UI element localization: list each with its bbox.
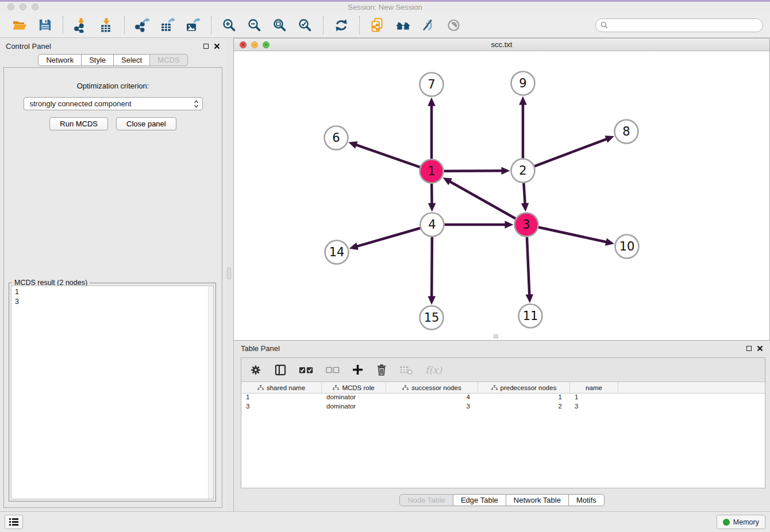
home-layout-button[interactable]	[394, 17, 411, 34]
zoom-selected-button[interactable]	[297, 17, 314, 34]
clone-network-button[interactable]	[369, 17, 386, 34]
import-table-icon	[99, 18, 114, 33]
eye-icon	[446, 18, 461, 33]
graph-edge-arrowhead	[521, 203, 529, 211]
network-minimize-button[interactable]: −	[251, 41, 258, 48]
search-icon	[600, 21, 608, 29]
canvas-resize-handle[interactable]	[494, 334, 498, 338]
graph-edge-2-3[interactable]	[523, 183, 525, 204]
tab-node-table[interactable]: Node Table	[399, 494, 453, 506]
main-toolbar	[0, 13, 770, 38]
export-image-button[interactable]	[184, 17, 202, 34]
table-row[interactable]: 3 dominator 3 2 3	[241, 403, 765, 412]
search-input[interactable]	[611, 21, 758, 30]
table-panel-header: Table Panel	[234, 341, 770, 356]
graph-edge-4-14[interactable]	[356, 228, 420, 246]
hide-graphics-details-button[interactable]	[419, 17, 437, 34]
panel-splitter-handle[interactable]	[227, 268, 231, 279]
dropdown-selected-value: strongly connected component	[30, 99, 132, 108]
graph-edge-3-11[interactable]	[527, 237, 529, 295]
column-header-successor-nodes[interactable]: successor nodes	[386, 382, 478, 393]
toolbar-search[interactable]	[595, 18, 763, 32]
run-mcds-button[interactable]: Run MCDS	[49, 117, 108, 130]
cell-shared-name[interactable]: 1	[241, 394, 322, 403]
zoom-in-icon	[222, 18, 237, 33]
tab-style[interactable]: Style	[81, 54, 114, 66]
network-maximize-button[interactable]: +	[263, 41, 270, 48]
cell-name[interactable]: 1	[570, 394, 618, 403]
graph-edge-arrowhead	[501, 167, 510, 175]
network-window-titlebar[interactable]: ✕ − + scc.txt	[234, 38, 769, 51]
column-header-predecessor-nodes[interactable]: predecessor nodes	[478, 382, 570, 393]
tab-select[interactable]: Select	[113, 54, 150, 66]
table-toolbar: f(x)	[241, 358, 765, 382]
birds-eye-view-button[interactable]	[445, 17, 462, 34]
column-header-name[interactable]: name	[570, 382, 618, 393]
function-builder-icon: f(x)	[425, 364, 442, 376]
graph-edge-arrowhead	[428, 203, 436, 211]
cell-predecessor-nodes[interactable]: 1	[478, 394, 570, 403]
cell-successor-nodes[interactable]: 3	[386, 403, 478, 412]
cell-shared-name[interactable]: 3	[241, 403, 322, 412]
optimization-criterion-dropdown[interactable]: strongly connected component	[24, 97, 203, 110]
column-type-icon	[402, 385, 409, 391]
table-panel-title: Table Panel	[241, 344, 280, 353]
delete-column-trash-icon[interactable]	[376, 364, 387, 376]
zoom-in-button[interactable]	[221, 17, 238, 34]
tab-network[interactable]: Network	[38, 54, 82, 66]
dropdown-arrows-icon	[194, 100, 199, 108]
graph-node-label: 1	[428, 164, 435, 178]
import-table-button[interactable]	[98, 17, 115, 34]
column-header-shared-name[interactable]: shared name	[241, 382, 322, 393]
mcds-result-textarea[interactable]: 1 3	[11, 286, 214, 499]
add-column-icon[interactable]	[352, 364, 364, 376]
tab-motifs[interactable]: Motifs	[568, 494, 605, 506]
open-session-button[interactable]	[11, 17, 28, 34]
refresh-view-button[interactable]	[333, 17, 350, 34]
show-column-panel-icon[interactable]	[274, 364, 287, 376]
close-panel-icon[interactable]	[757, 345, 763, 352]
toolbar-separator	[124, 16, 125, 34]
cell-mcds-role[interactable]: dominator	[322, 394, 386, 403]
network-close-button[interactable]: ✕	[240, 41, 247, 48]
column-header-mcds-role[interactable]: MCDS role	[322, 382, 386, 393]
tab-edge-table[interactable]: Edge Table	[453, 494, 506, 506]
import-network-button[interactable]	[72, 17, 90, 34]
network-canvas[interactable]: 7968124314101511	[234, 51, 769, 340]
save-session-button[interactable]	[36, 17, 53, 34]
export-table-button[interactable]	[159, 17, 176, 34]
deselect-all-checkboxes-icon[interactable]	[326, 365, 340, 375]
save-floppy-icon	[38, 18, 52, 32]
app-titlebar: Session: New Session	[0, 2, 770, 13]
result-scrollbar[interactable]	[208, 286, 213, 499]
table-panel-tabs: Node Table Edge Table Network Table Moti…	[234, 494, 770, 506]
mcds-panel-body: Optimization criterion: strongly connect…	[3, 67, 222, 508]
table-options-gear-icon[interactable]	[249, 364, 262, 376]
float-panel-icon[interactable]	[746, 346, 752, 351]
node-table-container: f(x) shared name MCDS role	[241, 357, 765, 488]
graph-edge-1-2[interactable]	[444, 171, 502, 171]
cell-mcds-role[interactable]: dominator	[322, 403, 386, 412]
graph-edge-3-10[interactable]	[538, 228, 607, 242]
zoom-out-button[interactable]	[246, 17, 263, 34]
export-network-button[interactable]	[134, 17, 151, 34]
graph-edge-1-6[interactable]	[356, 145, 420, 167]
table-row[interactable]: 1 dominator 4 1 1	[241, 394, 765, 403]
tab-network-table[interactable]: Network Table	[506, 494, 569, 506]
cell-predecessor-nodes[interactable]: 2	[478, 403, 570, 412]
memory-button[interactable]: Memory	[717, 515, 765, 529]
cell-name[interactable]: 3	[570, 403, 618, 412]
graph-edge-3-1[interactable]	[449, 181, 515, 218]
float-panel-icon[interactable]	[203, 44, 209, 49]
cell-successor-nodes[interactable]: 4	[386, 394, 478, 403]
zoom-fit-button[interactable]	[271, 17, 288, 34]
select-all-checkboxes-icon[interactable]	[299, 365, 314, 375]
close-panel-button[interactable]: Close panel	[116, 117, 176, 130]
graph-svg: 7968124314101511	[234, 51, 769, 340]
open-folder-icon	[12, 18, 27, 33]
graph-edge-2-8[interactable]	[534, 139, 607, 167]
tab-mcds[interactable]: MCDS	[149, 54, 187, 66]
graph-edge-4-15[interactable]	[432, 237, 432, 297]
close-panel-icon[interactable]	[214, 43, 220, 49]
task-history-button[interactable]	[5, 515, 23, 529]
